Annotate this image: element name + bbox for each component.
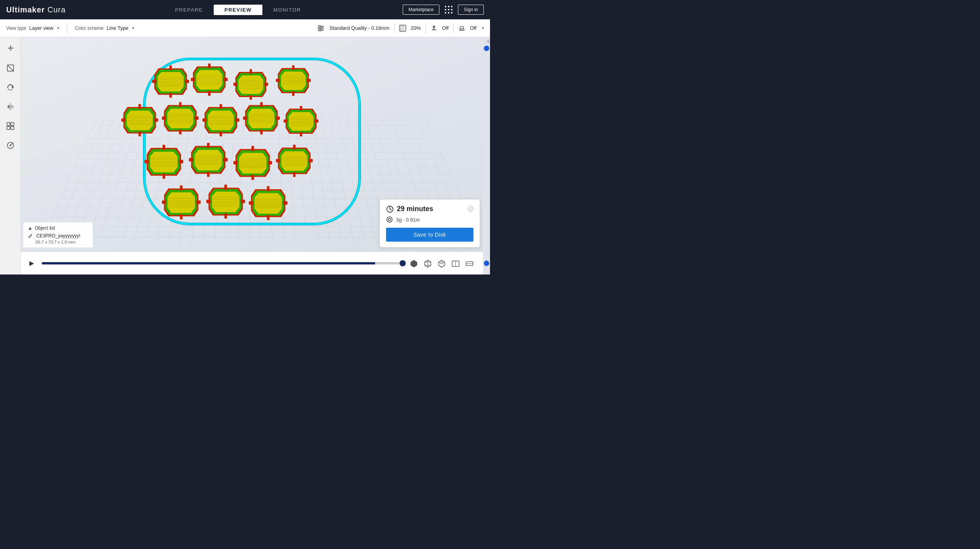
timeline-track[interactable] — [42, 262, 404, 264]
view-type-label: View type — [6, 26, 26, 31]
svg-point-5 — [319, 29, 321, 31]
object-list-panel: ▲ Object list CE3PRO_yayyyyyyy! 66.7 x 7… — [23, 222, 93, 247]
infill-icon — [399, 25, 406, 32]
toolbar-separator-1 — [67, 23, 67, 33]
object-list-title: Object list — [35, 225, 55, 231]
adhesion-value[interactable]: Off — [470, 25, 476, 31]
svg-marker-41 — [411, 260, 417, 267]
svg-line-17 — [7, 65, 14, 71]
color-scheme-group: Color scheme Line Type ▾ — [75, 25, 134, 31]
material-icon — [386, 216, 393, 223]
support-value[interactable]: Off — [442, 25, 449, 31]
open-box-icon[interactable] — [437, 258, 447, 268]
app-logo: Ultimaker Cura — [6, 5, 66, 14]
wireframe-view-icon[interactable] — [423, 258, 433, 268]
print-objects-view — [60, 60, 388, 261]
layer-max-value: 6 — [487, 39, 489, 43]
print-time-row: 29 minutes ⓘ — [386, 205, 473, 213]
tab-monitor[interactable]: MONITOR — [262, 5, 312, 15]
layer-slider-top-thumb[interactable] — [484, 46, 489, 51]
svg-text:✛: ✛ — [7, 44, 13, 52]
view-type-arrow[interactable]: ▾ — [57, 26, 59, 30]
color-scheme-value[interactable]: Line Type — [107, 25, 128, 31]
signin-button[interactable]: Sign in — [458, 5, 484, 15]
toolbar-right: Standard Quality - 0.16mm 20% Off Off ▾ — [317, 23, 484, 33]
svg-point-27 — [10, 145, 11, 146]
svg-point-4 — [321, 27, 323, 29]
nav-tabs: PREPARE PREVIEW MONITOR — [81, 5, 395, 15]
toolbar-separator-2 — [394, 23, 395, 33]
svg-rect-21 — [7, 123, 10, 126]
print-time: 29 minutes — [386, 205, 433, 213]
bottom-bar: ▶ — [21, 251, 483, 274]
svg-marker-47 — [439, 260, 445, 264]
svg-rect-6 — [400, 25, 406, 31]
toolbar-strip: View type Layer view ▾ Color scheme Line… — [0, 19, 490, 37]
svg-line-52 — [31, 234, 32, 235]
svg-point-58 — [388, 218, 391, 221]
tab-preview[interactable]: PREVIEW — [214, 5, 262, 15]
layer-slider[interactable]: 6 — [483, 37, 490, 274]
svg-marker-20 — [11, 104, 14, 109]
view-type-value[interactable]: Layer view — [29, 25, 53, 31]
timeline-fill — [42, 262, 375, 264]
adhesion-icon — [458, 25, 465, 32]
quality-value[interactable]: Standard Quality - 0.16mm — [329, 25, 389, 31]
timeline-thumb[interactable] — [400, 260, 406, 266]
svg-rect-24 — [11, 126, 14, 130]
svg-rect-23 — [7, 126, 10, 130]
edit-icon[interactable] — [28, 233, 33, 239]
play-button[interactable]: ▶ — [26, 258, 37, 269]
group-tool[interactable] — [3, 119, 17, 133]
color-scheme-label: Color scheme — [75, 26, 104, 31]
marketplace-button[interactable]: Marketplace — [403, 5, 439, 15]
print-material: 3g · 0.91m — [386, 216, 473, 223]
view-type-group: View type Layer view ▾ — [6, 25, 59, 31]
svg-marker-19 — [7, 104, 10, 109]
svg-marker-12 — [432, 25, 436, 27]
view-mode-icons — [409, 258, 475, 268]
collapse-arrow-icon: ▲ — [28, 225, 32, 231]
nav-right: Marketplace Sign in — [403, 4, 484, 15]
scale-tool[interactable] — [3, 61, 17, 75]
object-dimensions: 66.7 x 70.7 x 1.0 mm — [36, 240, 88, 244]
svg-point-57 — [387, 217, 392, 222]
move-tool[interactable]: ✛ — [3, 42, 17, 56]
svg-rect-14 — [459, 29, 464, 29]
infill-value[interactable]: 20% — [411, 25, 421, 31]
flat-view-icon[interactable] — [464, 258, 475, 268]
info-icon[interactable]: ⓘ — [468, 206, 473, 213]
tab-prepare[interactable]: PREPARE — [164, 5, 214, 15]
solid-view-icon[interactable] — [409, 258, 419, 268]
save-to-disk-button[interactable]: Save to Disk — [386, 228, 473, 242]
rotate-tool[interactable] — [3, 80, 17, 94]
color-scheme-arrow[interactable]: ▾ — [132, 26, 134, 30]
support-tool[interactable] — [3, 138, 17, 152]
toolbar-separator-4 — [453, 23, 454, 33]
clock-icon — [386, 205, 394, 213]
left-sidebar: ✛ — [0, 37, 21, 274]
settings-expand-arrow[interactable]: ▾ — [482, 26, 484, 30]
quality-settings-icon[interactable] — [317, 24, 325, 32]
object-name: CE3PRO_yayyyyyyy! — [36, 233, 80, 239]
print-material-value: 3g · 0.91m — [396, 217, 420, 223]
mirror-tool[interactable] — [3, 100, 17, 114]
svg-rect-10 — [432, 29, 436, 30]
svg-point-3 — [319, 25, 321, 27]
print-info-panel: 29 minutes ⓘ 3g · 0.91m Save to Disk — [379, 199, 480, 247]
layer-slider-bottom-thumb[interactable] — [484, 261, 489, 266]
object-list-header[interactable]: ▲ Object list — [28, 225, 88, 231]
svg-rect-22 — [11, 123, 14, 126]
half-box-icon[interactable] — [451, 258, 461, 268]
top-navigation: Ultimaker Cura PREPARE PREVIEW MONITOR M… — [0, 0, 490, 19]
print-time-value: 29 minutes — [397, 205, 433, 213]
support-icon — [430, 25, 437, 32]
apps-grid-icon[interactable] — [443, 4, 454, 15]
svg-rect-13 — [459, 30, 464, 31]
svg-line-56 — [390, 209, 391, 210]
toolbar-separator-3 — [425, 23, 426, 33]
object-list-item: CE3PRO_yayyyyyyy! — [28, 233, 88, 239]
